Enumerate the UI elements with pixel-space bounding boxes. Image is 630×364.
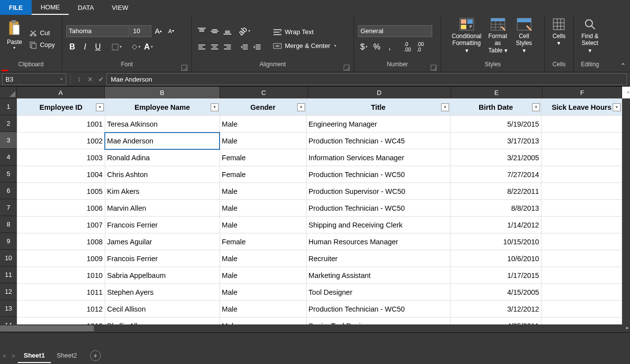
filter-button[interactable]: [211, 103, 219, 111]
alignment-dialog-launcher[interactable]: [344, 65, 350, 71]
align-left-button[interactable]: [196, 41, 208, 53]
row-header-9[interactable]: 9: [0, 233, 17, 250]
col-header-F[interactable]: F: [542, 87, 622, 98]
cells-viewport[interactable]: Employee IDEmployee NameGenderTitleBirth…: [17, 98, 622, 324]
col-header-C[interactable]: C: [220, 87, 308, 98]
borders-button[interactable]: [111, 41, 123, 53]
cell[interactable]: [541, 233, 622, 250]
table-header-cell[interactable]: Gender: [220, 99, 306, 116]
cell[interactable]: Male: [220, 301, 306, 318]
cell[interactable]: Phyllis Allen: [105, 318, 220, 325]
cell[interactable]: 5/19/2015: [450, 116, 541, 133]
tab-view[interactable]: VIEW: [103, 0, 137, 15]
filter-button[interactable]: [532, 103, 540, 111]
merge-center-button[interactable]: Merge & Center: [271, 41, 338, 51]
cell[interactable]: 7/27/2014: [450, 166, 541, 183]
col-header-B[interactable]: B: [105, 87, 220, 98]
cell[interactable]: 10/6/2010: [450, 250, 541, 267]
cell[interactable]: Teresa Atkinson: [105, 116, 220, 133]
cell[interactable]: [541, 267, 622, 284]
cell[interactable]: 10/15/2010: [450, 233, 541, 250]
fill-color-button[interactable]: [130, 41, 141, 53]
cell[interactable]: Kim Akers: [105, 183, 220, 200]
cell[interactable]: 3/12/2012: [450, 301, 541, 318]
cell[interactable]: 8/22/2011: [450, 183, 541, 200]
cell[interactable]: Mae Anderson: [105, 133, 220, 149]
cell[interactable]: Male: [220, 318, 306, 325]
row-header-3[interactable]: 3: [0, 132, 17, 149]
align-bottom-button[interactable]: [222, 25, 233, 37]
copy-button[interactable]: Copy: [27, 40, 57, 50]
cell[interactable]: Male: [220, 116, 306, 133]
col-header-A[interactable]: A: [17, 87, 105, 98]
comma-format-button[interactable]: ,: [384, 41, 396, 53]
filter-button[interactable]: [297, 103, 305, 111]
sheet-nav-next[interactable]: >: [9, 352, 18, 360]
sheet-nav-prev[interactable]: <: [0, 352, 9, 360]
decrease-font-button[interactable]: A▾: [165, 25, 177, 37]
cell[interactable]: [541, 149, 622, 166]
name-box[interactable]: [2, 73, 66, 85]
row-header-5[interactable]: 5: [0, 166, 17, 182]
cell[interactable]: [541, 284, 622, 301]
cell[interactable]: Male: [220, 217, 306, 233]
italic-button[interactable]: I: [79, 41, 91, 53]
cell[interactable]: 1004: [17, 166, 105, 183]
cell[interactable]: 1011: [17, 284, 105, 301]
number-dialog-launcher[interactable]: [431, 65, 437, 71]
bold-button[interactable]: B: [66, 41, 78, 53]
cell[interactable]: 1003: [17, 149, 105, 166]
cell[interactable]: 1010: [17, 267, 105, 284]
cell[interactable]: 1008: [17, 233, 105, 250]
number-format-select[interactable]: [358, 25, 432, 37]
table-header-cell[interactable]: Employee Name: [105, 99, 220, 116]
cell[interactable]: Male: [220, 267, 306, 284]
cell[interactable]: Stephen Ayers: [105, 284, 220, 301]
tab-data[interactable]: DATA: [69, 0, 103, 15]
cell[interactable]: [541, 133, 622, 149]
fx-options-button[interactable]: ⁞: [74, 74, 85, 85]
cell[interactable]: Senior Tool Designer: [306, 318, 450, 325]
row-header-7[interactable]: 7: [0, 199, 17, 216]
cell[interactable]: 1012: [17, 301, 105, 318]
row-header-8[interactable]: 8: [0, 216, 17, 233]
cell[interactable]: Shipping and Receiving Clerk: [306, 217, 450, 233]
cell[interactable]: Human Resources Manager: [306, 233, 450, 250]
cut-button[interactable]: Cut: [27, 28, 57, 38]
format-as-table-button[interactable]: Formatas Table ▾: [484, 17, 512, 61]
col-header-E[interactable]: E: [451, 87, 543, 98]
underline-button[interactable]: U: [92, 41, 104, 53]
table-header-cell[interactable]: Sick Leave Hours: [541, 99, 622, 116]
cell[interactable]: Female: [220, 166, 306, 183]
cell[interactable]: Tool Designer: [306, 284, 450, 301]
cell[interactable]: Chris Ashton: [105, 166, 220, 183]
cell[interactable]: [541, 217, 622, 233]
row-header-10[interactable]: 10: [0, 250, 17, 267]
increase-font-button[interactable]: A▴: [152, 25, 164, 37]
cell[interactable]: Marketing Assistant: [306, 267, 450, 284]
decrease-decimal-button[interactable]: .00.0: [414, 41, 426, 53]
cell[interactable]: Francois Ferrier: [105, 217, 220, 233]
cell[interactable]: 1005: [17, 183, 105, 200]
cell[interactable]: [541, 200, 622, 217]
add-sheet-button[interactable]: +: [90, 350, 101, 361]
cell[interactable]: [541, 250, 622, 267]
cell[interactable]: Male: [220, 250, 306, 267]
cell[interactable]: 1009: [17, 250, 105, 267]
find-select-button[interactable]: Find &Select ▾: [577, 17, 603, 61]
horizontal-scrollbar[interactable]: ◂ ▸: [0, 324, 630, 332]
cell[interactable]: Female: [220, 149, 306, 166]
cell[interactable]: Cecil Allison: [105, 301, 220, 318]
vertical-scrollbar[interactable]: [622, 98, 630, 324]
cell[interactable]: Marvin Allen: [105, 200, 220, 217]
cell[interactable]: Engineering Manager: [306, 116, 450, 133]
wrap-text-button[interactable]: Wrap Text: [271, 27, 338, 37]
cell[interactable]: Male: [220, 284, 306, 301]
cell[interactable]: [541, 166, 622, 183]
row-header-1[interactable]: 1: [0, 98, 17, 115]
row-header-6[interactable]: 6: [0, 182, 17, 199]
cell[interactable]: Female: [220, 233, 306, 250]
cell[interactable]: Sabria Appelbaum: [105, 267, 220, 284]
font-dialog-launcher[interactable]: [181, 65, 187, 71]
cell[interactable]: Production Technician - WC50: [306, 166, 450, 183]
